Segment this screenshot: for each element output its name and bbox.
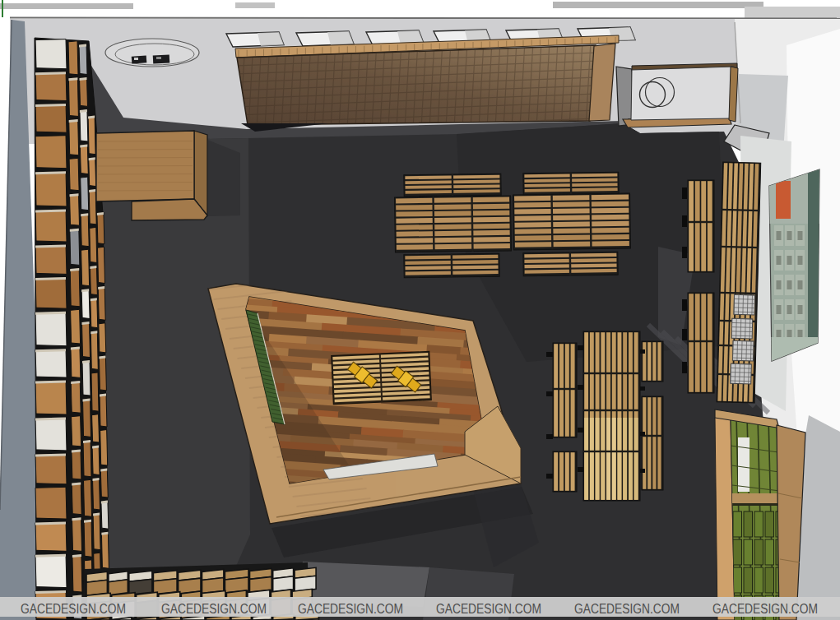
svg-text:GACEDESIGN.COM: GACEDESIGN.COM bbox=[298, 602, 403, 616]
svg-text:GACEDESIGN.COM: GACEDESIGN.COM bbox=[161, 602, 267, 616]
svg-text:GACEDESIGN.COM: GACEDESIGN.COM bbox=[712, 602, 818, 616]
svg-text:GACEDESIGN.COM: GACEDESIGN.COM bbox=[21, 602, 126, 616]
svg-text:GACEDESIGN.COM: GACEDESIGN.COM bbox=[574, 602, 680, 616]
svg-text:GACEDESIGN.COM: GACEDESIGN.COM bbox=[436, 602, 541, 616]
